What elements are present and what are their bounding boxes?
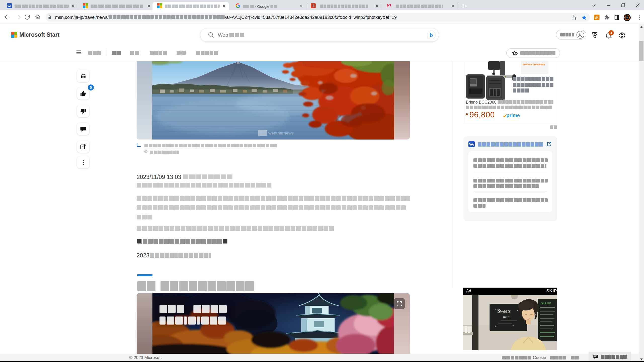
svg-text:RYZEN: RYZEN — [624, 17, 630, 19]
svg-text:menu: menu — [503, 315, 511, 319]
svg-text:b: b — [429, 32, 433, 38]
svg-text:SET DR: SET DR — [541, 302, 551, 305]
svg-text:Sweets: Sweets — [498, 308, 511, 314]
svg-text:weathernews: weathernews — [268, 131, 294, 135]
